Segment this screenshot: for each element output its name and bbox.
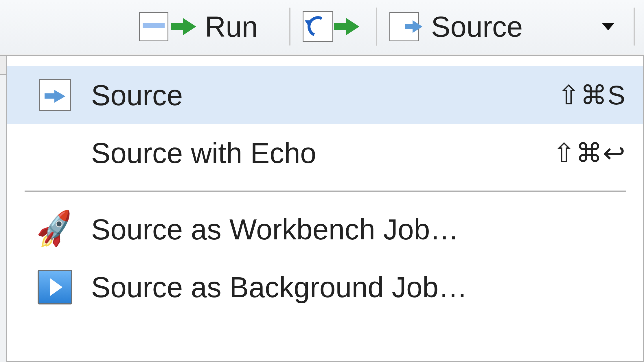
arrow-right-blue-icon (413, 20, 422, 33)
toolbar-separator (376, 8, 377, 46)
menu-item-source-workbench-job[interactable]: 🚀 Source as Workbench Job… (7, 200, 643, 258)
arrow-right-green-icon (346, 18, 359, 35)
source-button[interactable]: Source (389, 6, 523, 47)
menu-item-source-echo[interactable]: Source with Echo ⇧⌘↩ (7, 124, 643, 182)
menu-item-source[interactable]: Source ⇧⌘S (7, 66, 643, 124)
rocket-icon: 🚀 (33, 208, 78, 251)
source-dropdown-menu: Source ⇧⌘S Source with Echo ⇧⌘↩ 🚀 Source… (6, 55, 644, 362)
menu-item-label: Source as Background Job… (91, 271, 626, 304)
play-icon (38, 270, 72, 304)
source-doc-icon (39, 79, 71, 111)
source-toolbar: Run Source (0, 0, 644, 55)
menu-item-shortcut: ⇧⌘S (557, 80, 626, 111)
menu-item-shortcut: ⇧⌘↩ (553, 138, 626, 169)
rerun-button[interactable] (303, 6, 359, 47)
chevron-down-icon (602, 23, 614, 30)
source-button-label: Source (431, 10, 523, 43)
menu-item-label: Source as Workbench Job… (91, 213, 626, 246)
menu-item-label: Source (91, 79, 557, 112)
run-button[interactable]: Run (139, 6, 258, 47)
menu-item-label: Source with Echo (91, 136, 553, 170)
menu-separator (25, 191, 626, 192)
source-menu-panel: Source ⇧⌘S Source with Echo ⇧⌘↩ 🚀 Source… (0, 55, 644, 362)
menu-item-source-background-job[interactable]: Source as Background Job… (7, 258, 643, 316)
undo-arrow-icon (305, 13, 331, 40)
source-dropdown-caret[interactable] (602, 6, 614, 47)
run-button-label: Run (205, 10, 258, 43)
arrow-right-green-icon (183, 18, 196, 35)
toolbar-separator (634, 8, 635, 46)
doc-run-icon (139, 12, 168, 41)
toolbar-separator (289, 8, 290, 46)
